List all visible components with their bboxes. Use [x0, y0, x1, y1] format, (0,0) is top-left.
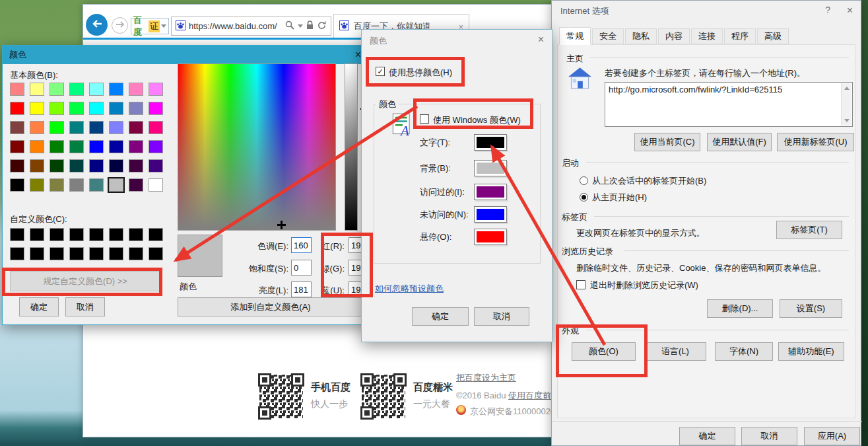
basic-color-swatch[interactable]	[89, 140, 104, 153]
use-windows-colors-label[interactable]: 使用 Windows 颜色(W)	[433, 114, 521, 126]
delete-history-on-exit-label[interactable]: 退出时删除浏览历史记录(W)	[590, 279, 698, 291]
luminance-input[interactable]	[291, 281, 312, 297]
basic-color-swatch[interactable]	[50, 159, 64, 172]
basic-color-swatch[interactable]	[50, 102, 64, 115]
delete-history-on-exit-checkbox[interactable]	[576, 280, 585, 289]
basic-color-swatch[interactable]	[30, 159, 44, 172]
basic-color-swatch[interactable]	[149, 83, 163, 96]
custom-color-swatch[interactable]	[69, 247, 84, 260]
tab-security[interactable]: 安全	[592, 28, 624, 44]
forward-button[interactable]	[112, 17, 128, 34]
use-hover-color-label[interactable]: 使用悬停颜色(H)	[389, 67, 452, 79]
basic-color-swatch[interactable]	[109, 140, 123, 153]
ok-button[interactable]: 确定	[19, 297, 59, 316]
custom-color-swatch[interactable]	[109, 228, 123, 241]
baidu-terms-link[interactable]: 使用百度前	[508, 390, 551, 400]
tab-programs[interactable]: 程序	[724, 28, 756, 44]
define-custom-colors-button[interactable]: 规定自定义颜色(D) >>	[10, 271, 160, 291]
basic-color-swatch[interactable]	[50, 140, 64, 153]
ok-button[interactable]: 确定	[679, 427, 735, 445]
fonts-button[interactable]: 字体(N)	[715, 342, 773, 361]
accessibility-button[interactable]: 辅助功能(E)	[778, 342, 844, 361]
search-engine-selector[interactable]: 百度 证	[131, 18, 169, 34]
custom-color-swatch[interactable]	[30, 228, 44, 241]
basic-color-swatch[interactable]	[129, 83, 143, 96]
back-button[interactable]	[86, 14, 108, 36]
basic-color-swatch[interactable]	[69, 83, 84, 96]
basic-color-swatch[interactable]	[149, 121, 163, 134]
text-color-swatch[interactable]	[474, 134, 507, 151]
basic-color-swatch[interactable]	[89, 159, 104, 172]
tab-advanced[interactable]: 高级	[757, 28, 789, 44]
use-hover-color-checkbox[interactable]: ✓	[376, 67, 385, 76]
basic-color-swatch[interactable]	[89, 178, 104, 192]
basic-color-swatch[interactable]	[129, 102, 143, 115]
languages-button[interactable]: 语言(L)	[644, 342, 706, 361]
basic-color-swatch[interactable]	[69, 121, 84, 134]
hue-saturation-gradient[interactable]	[178, 63, 336, 231]
luminance-bar[interactable]	[345, 63, 358, 231]
textarea-scrollbar[interactable]	[841, 83, 851, 126]
custom-color-swatch[interactable]	[129, 247, 143, 260]
basic-color-swatch[interactable]	[149, 178, 163, 192]
basic-color-swatch[interactable]	[10, 83, 24, 96]
custom-color-swatch[interactable]	[89, 247, 104, 260]
close-icon[interactable]: ×	[355, 49, 361, 61]
hue-input[interactable]	[291, 237, 312, 253]
cancel-button[interactable]: 取消	[741, 427, 797, 445]
basic-color-swatch[interactable]	[109, 102, 123, 115]
help-icon[interactable]: ?	[825, 5, 830, 15]
radio-start-with-tabs[interactable]	[580, 176, 588, 185]
close-icon[interactable]: ×	[538, 34, 544, 46]
ignore-preset-colors-link[interactable]: 如何忽略预设颜色	[375, 283, 444, 295]
custom-color-swatch[interactable]	[149, 228, 163, 241]
basic-color-swatch[interactable]	[69, 159, 84, 172]
apply-button[interactable]: 应用(A)	[804, 427, 860, 445]
close-icon[interactable]: ×	[847, 5, 853, 17]
cancel-button[interactable]: 取消	[65, 297, 105, 316]
basic-color-swatch[interactable]	[109, 159, 123, 172]
delete-button[interactable]: 删除(D)...	[707, 299, 773, 318]
basic-color-swatch[interactable]	[89, 83, 104, 96]
settings-button[interactable]: 设置(S)	[780, 299, 842, 318]
use-default-button[interactable]: 使用默认值(F)	[707, 133, 772, 151]
basic-color-swatch[interactable]	[50, 83, 64, 96]
radio-start-with-home-label[interactable]: 从主页开始(H)	[592, 192, 647, 204]
basic-color-swatch[interactable]	[129, 140, 143, 153]
basic-color-swatch[interactable]	[149, 159, 163, 172]
basic-color-swatch[interactable]	[89, 121, 104, 134]
tabs-button[interactable]: 标签页(T)	[776, 221, 842, 239]
basic-color-swatch[interactable]	[69, 178, 84, 192]
engine-dropdown-icon[interactable]	[161, 24, 166, 28]
basic-color-swatch[interactable]	[30, 102, 44, 115]
basic-color-swatch[interactable]	[10, 102, 24, 115]
custom-color-swatch[interactable]	[89, 228, 104, 241]
visited-color-swatch[interactable]	[474, 184, 507, 200]
saturation-input[interactable]	[291, 260, 312, 276]
use-windows-colors-checkbox[interactable]	[420, 114, 429, 124]
homepage-url-textarea[interactable]: http://go.microsoft.com/fwlink/?LinkId=6…	[605, 82, 853, 127]
basic-color-swatch[interactable]	[129, 178, 143, 192]
scroll-up-icon[interactable]	[844, 87, 850, 90]
tab-privacy[interactable]: 隐私	[625, 28, 657, 44]
search-dropdown-icon[interactable]	[298, 24, 303, 28]
basic-color-swatch[interactable]	[69, 102, 84, 115]
basic-color-swatch[interactable]	[30, 121, 44, 134]
basic-color-swatch[interactable]	[109, 121, 123, 134]
scroll-down-icon[interactable]	[844, 119, 850, 122]
url-text[interactable]: https://www.baidu.com/	[189, 21, 282, 31]
basic-color-swatch[interactable]	[109, 83, 123, 96]
custom-color-swatch[interactable]	[129, 228, 143, 241]
custom-color-swatch[interactable]	[50, 228, 64, 241]
tab-general[interactable]: 常规	[559, 27, 591, 45]
basic-color-swatch[interactable]	[149, 102, 163, 115]
basic-color-swatch[interactable]	[30, 83, 44, 96]
basic-color-swatch[interactable]	[30, 140, 44, 153]
color-crosshair-marker[interactable]	[277, 221, 286, 229]
background-color-swatch[interactable]	[474, 160, 507, 176]
custom-color-swatch[interactable]	[10, 247, 24, 260]
custom-color-swatch[interactable]	[69, 228, 84, 241]
search-icon[interactable]	[285, 20, 294, 32]
cancel-button[interactable]: 取消	[474, 307, 529, 326]
tab-connections[interactable]: 连接	[691, 28, 723, 44]
